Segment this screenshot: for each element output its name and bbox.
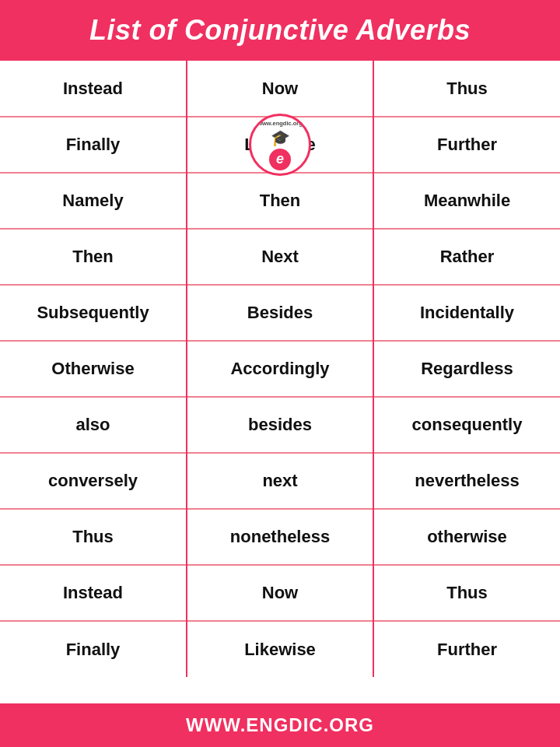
list-item: Thus bbox=[373, 565, 560, 621]
list-item: Then bbox=[0, 229, 187, 285]
list-item: otherwise bbox=[373, 509, 560, 565]
list-item: Meanwhile bbox=[373, 173, 560, 229]
list-item: nevertheless bbox=[373, 453, 560, 509]
footer-label: WWW.ENGDIC.ORG bbox=[186, 714, 374, 735]
list-item: Subsequently bbox=[0, 285, 187, 341]
list-item: Further bbox=[373, 621, 560, 677]
list-item: Thus bbox=[0, 509, 187, 565]
adverbs-table: InsteadNowThusFinallyLikewise www.engdic… bbox=[0, 61, 560, 677]
table-row: Thusnonethelessotherwise bbox=[0, 509, 560, 565]
list-item: Finally bbox=[0, 621, 187, 677]
list-item: consequently bbox=[373, 397, 560, 453]
table-row: InsteadNowThus bbox=[0, 61, 560, 117]
table-row: NamelyThenMeanwhile bbox=[0, 173, 560, 229]
logo-e: e bbox=[269, 149, 291, 170]
table-row: SubsequentlyBesidesIncidentally bbox=[0, 285, 560, 341]
graduation-cap-icon: 🎓 bbox=[271, 128, 290, 147]
table-row: alsobesidesconsequently bbox=[0, 397, 560, 453]
table-row: converselynextnevertheless bbox=[0, 453, 560, 509]
table-row: InsteadNowThus bbox=[0, 565, 560, 621]
table-container: InsteadNowThusFinallyLikewise www.engdic… bbox=[0, 61, 560, 706]
logo-text-top: www.engdic.org bbox=[257, 120, 303, 127]
list-item: Then bbox=[187, 173, 373, 229]
list-item: Finally bbox=[0, 117, 187, 173]
list-item: Instead bbox=[0, 61, 187, 117]
page-title: List of Conjunctive Adverbs bbox=[16, 14, 544, 47]
table-row: FinallyLikewise www.engdic.org 🎓 e Furth… bbox=[0, 117, 560, 173]
table-row: OtherwiseAccordinglyRegardless bbox=[0, 341, 560, 397]
list-item: Likewise www.engdic.org 🎓 e bbox=[187, 117, 373, 173]
list-item: Now bbox=[187, 565, 373, 621]
logo-overlay: www.engdic.org 🎓 e bbox=[249, 114, 311, 176]
footer: WWW.ENGDIC.ORG bbox=[0, 703, 560, 747]
list-item: Further bbox=[373, 117, 560, 173]
list-item: Namely bbox=[0, 173, 187, 229]
list-item: Next bbox=[187, 229, 373, 285]
table-row: ThenNextRather bbox=[0, 229, 560, 285]
list-item: nonetheless bbox=[187, 509, 373, 565]
list-item: Besides bbox=[187, 285, 373, 341]
table-row: FinallyLikewiseFurther bbox=[0, 621, 560, 677]
list-item: Instead bbox=[0, 565, 187, 621]
list-item: Otherwise bbox=[0, 341, 187, 397]
list-item: besides bbox=[187, 397, 373, 453]
list-item: also bbox=[0, 397, 187, 453]
header: List of Conjunctive Adverbs bbox=[0, 0, 560, 61]
list-item: Accordingly bbox=[187, 341, 373, 397]
list-item: Now bbox=[187, 61, 373, 117]
list-item: Thus bbox=[373, 61, 560, 117]
list-item: conversely bbox=[0, 453, 187, 509]
list-item: Incidentally bbox=[373, 285, 560, 341]
list-item: Rather bbox=[373, 229, 560, 285]
list-item: next bbox=[187, 453, 373, 509]
list-item: Regardless bbox=[373, 341, 560, 397]
main-content: InsteadNowThusFinallyLikewise www.engdic… bbox=[0, 61, 560, 706]
list-item: Likewise bbox=[187, 621, 373, 677]
